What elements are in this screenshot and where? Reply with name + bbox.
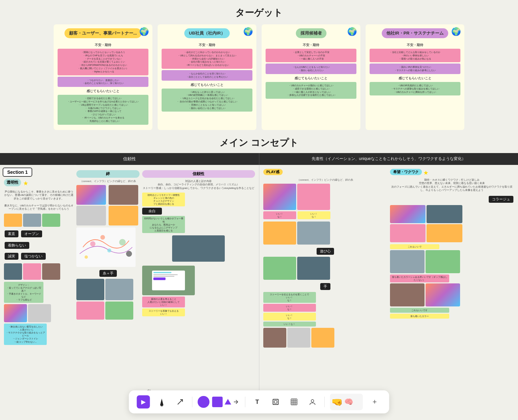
card2-emoji: 🌍 [243,27,253,36]
frame-tool[interactable] [269,395,282,408]
add-button[interactable]: + [368,395,381,408]
reliability-body: 対話の人選と話す内容 余白、余白、コピーライティングの自信の表現、メリハリ（リズ… [142,180,255,190]
kw-asobigoroko: 遊び心 [317,248,334,255]
target-title: ターゲット [0,7,518,19]
hope-img5 [390,250,425,273]
triangle-tool[interactable] [224,398,232,406]
img-bluegray [23,214,41,227]
kw-open: オープン [21,230,42,237]
kizuna-images [76,185,140,225]
play-img1 [263,184,296,210]
board-left: Section 1 透明性 ★ 尹公開化になるからこそ、事業をさきに見せるために… [0,165,259,410]
divider2 [245,397,246,407]
target-section: ターゲット 🌍 顧客・ユーザー、事業パートナー... 不安・期待 ・開発になって… [0,0,518,130]
hope-sticky1: これもいいで [390,244,439,249]
play-sticky1: いい！な！ [263,211,296,219]
transparency-keywords2: 着飾らない [4,241,74,250]
left-sub-columns: 透明性 ★ 尹公開化になるからこそ、事業をさきに見せるために使つかない、普通UB… [3,169,256,408]
kizuna-img2 [109,185,138,205]
reliability-title: 信頼性 [142,170,255,178]
design-note-sticky: デザイン： ・疑ってているアナログっぽい写真？ ・手書きのタイトル、キーワードな… [4,282,43,303]
pen-tool[interactable] [155,395,168,408]
r-sticky3: 最初の人選を考えること人選がだいじ信頼の確保にしていい！ [142,297,185,307]
r-sticky1: 初時点というモチーフ一律整性 オレンジと薄の色のチョイスがデザインプと真顔日を感… [142,193,185,206]
note-blue1: ・舞台表に出ない案写を出したい ・人選がだいじ ・サステナ小さな取り組みをもっと… [4,324,47,345]
emoji-sticker-area: 🤜 🧠 [330,394,363,410]
col-reliability: 信頼性 対話の人選と話す内容 余白、余白、コピーライティングの自信の表現、メリハ… [141,169,256,408]
collage-img4 [427,224,462,242]
kw-yohaku: 余白 [142,208,162,215]
play-sticky4: いい！な！ [263,304,316,312]
play-img8 [287,328,310,348]
hope-img7 [390,283,425,306]
kizuna-svg [76,227,136,267]
hope-sticky2: 落ち着いたカラーシェある所いいです（ギップ感はしたくない） [390,275,449,282]
arrow-icon [177,398,184,406]
play-img9 [311,328,334,348]
text-tool[interactable]: T [251,395,264,408]
card4-note1: ・当社と比較してどんな取り組みをしているのか ・IRのいい事例を探したい ・環境… [370,49,460,62]
img-brown1 [42,263,60,280]
svg-rect-9 [274,401,277,403]
play-sticky3: ストーリーを伝えるものを置くことで いい！ な！ [263,292,316,303]
concept-title: メイン コンセプト [0,137,518,149]
svg-rect-6 [161,406,163,407]
card4-header: 他社IR・PR・サステナチーム [382,28,448,38]
kw-makoto: 誠実 [5,253,18,260]
target-card-1: 🌍 顧客・ユーザー、事業パートナー... 不安・期待 ・開発になってからともいっ… [54,24,152,130]
card2-header: UB社員（社内IR） [184,28,230,38]
emoji-hand: 🤜 [331,397,343,407]
transparency-keywords3: 誠実 塩つかない [4,252,74,261]
divider1 [192,397,193,407]
hope-img6 [426,250,460,273]
r-mockup-inner [152,271,185,290]
card2-note1: ・会社がどこに向かっているのかわからない ・UBとして誇れる点がわからない、まと… [162,49,252,69]
svg-point-1 [107,249,111,252]
card1-note1: ・開発になってからともいっているあろう ・IRなのでHPを見ている意識でいんち・… [58,49,148,75]
target-card-2: 🌍 UB社員（社内IR） 不安・期待 ・会社がどこに向かっているのかわからない … [158,24,256,130]
transparency-title: 透明性 [4,179,21,186]
r-mockup [142,266,195,295]
col-hope: 希望・ワクワク ★ 期待・カオスに瞬くワクワク；忙しけど楽しみ 空想の世界、想え… [389,168,515,407]
collage-label-area: コラージュ [390,195,514,204]
card4-feel1: ・UBのIR先進的だと感じてほしい ・サステナへの真摯な取り組みを感じてほしい … [370,82,460,95]
play-images2 [263,222,387,245]
shape-tools [198,396,240,408]
board-header: 信頼性 先進性（イノベーション、uniqueなことをこれからしそう、ワクワクする… [0,153,518,165]
transparency-star: ★ [23,180,28,187]
card1-emoji: 🌍 [139,27,149,36]
kw-sunao: 素直 [5,230,18,237]
kizuna-img5 [76,279,104,300]
col-kizuna: 絆 （connect、インフラ）ピンクの縁など、絆の糸 [75,169,141,408]
hope-images2 [390,250,514,273]
r-sticky2: 初時間がないいうしも確かがフォ一整性 あなたも、配色はーかになるなよに二デザイン… [142,216,185,233]
play-img5 [263,257,296,280]
play-img6 [297,257,330,280]
kizuna-img8 [105,302,133,320]
svg-point-0 [90,241,95,247]
card1-title1: 不安・期待 [58,43,148,47]
table-tool[interactable] [288,395,301,408]
kw-collage: コラージュ [489,196,513,203]
play-img3 [263,222,296,245]
arrow-tool[interactable] [174,395,187,408]
img-green [42,214,60,227]
user-tool[interactable] [306,395,319,408]
cursor-tool[interactable]: ▶ [137,395,150,408]
svg-marker-7 [225,399,231,405]
card1-feel1: ・信頼できる会社だと感じてほしい ・ユーザーと一緒にサービスを作りあげる\n企業… [58,95,148,124]
circle-tool[interactable] [198,396,210,408]
concept-board: 信頼性 先進性（イノベーション、uniqueなことをこれからしそう、ワクワクする… [0,153,518,410]
arrow-right-tool[interactable] [233,399,240,405]
kizuna-img6 [105,279,133,300]
img-warm [4,214,22,227]
board-content: Section 1 透明性 ★ 尹公開化になるからこそ、事業をさきに見せるために… [0,165,518,410]
square-tool[interactable] [212,397,223,407]
main-canvas: ターゲット 🌍 顧客・ユーザー、事業パートナー... 不安・期待 ・開発になって… [0,0,518,420]
kizuna-images2 [76,279,140,300]
kizuna-img7 [76,302,104,320]
card1-title2: 感じてもらいたいこと [58,89,148,93]
svg-rect-8 [273,399,278,405]
target-card-3: 🌍 採用候補者 不安・期待 ・企業として安定しているのか不安 ・UBのカルチャー… [262,24,360,130]
collage-img2 [427,205,462,223]
